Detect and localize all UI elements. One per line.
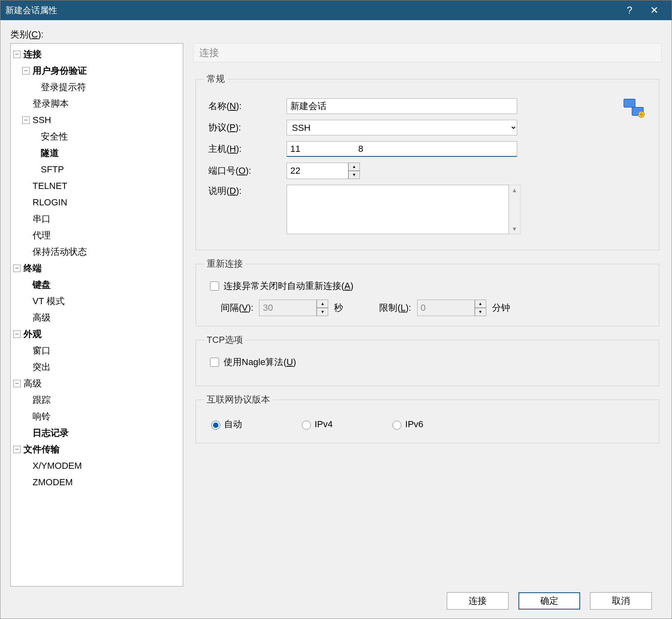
window-title: 新建会话属性 [5, 5, 617, 16]
scroll-down-icon[interactable]: ▼ [512, 224, 518, 234]
tree-login-prompt[interactable]: 登录提示符 [40, 79, 87, 95]
tree-security[interactable]: 安全性 [40, 128, 69, 145]
label-ipv6: IPv6 [405, 419, 423, 430]
tree-ssh[interactable]: SSH [31, 112, 52, 128]
collapse-icon[interactable]: − [13, 446, 21, 453]
tree-rlogin[interactable]: RLOGIN [31, 194, 68, 211]
tree-zmodem[interactable]: ZMODEM [31, 474, 74, 491]
group-reconnect-legend: 重新连接 [204, 258, 245, 270]
label-seconds: 秒 [334, 302, 343, 314]
tree-highlight[interactable]: 突出 [31, 359, 52, 375]
tree-filetransfer[interactable]: 文件传输 [22, 441, 61, 458]
tree-keepalive[interactable]: 保持活动状态 [31, 244, 88, 260]
tree-vtmode[interactable]: VT 模式 [31, 293, 66, 310]
tree-advanced[interactable]: 高级 [22, 375, 43, 392]
tree-bell[interactable]: 响铃 [31, 408, 52, 425]
tree-xymodem[interactable]: X/YMODEM [31, 458, 83, 474]
panel-title: 连接 [193, 43, 662, 62]
limit-down-icon[interactable]: ▼ [475, 308, 486, 316]
title-bar: 新建会话属性 ? ✕ [0, 0, 672, 20]
label-auto: 自动 [224, 418, 242, 431]
cancel-button[interactable]: 取消 [590, 592, 652, 610]
tree-trace[interactable]: 跟踪 [31, 392, 52, 408]
label-auto-reconnect: 连接异常关闭时自动重新连接(A) [224, 280, 353, 292]
input-interval[interactable] [259, 300, 317, 316]
tree-appearance[interactable]: 外观 [22, 326, 43, 342]
label-interval: 间隔(V): [221, 302, 253, 314]
label-host: 主机(H): [204, 143, 287, 155]
tree-adv-terminal[interactable]: 高级 [31, 310, 52, 326]
tree-telnet[interactable]: TELNET [31, 178, 68, 194]
label-ipv4: IPv4 [315, 419, 333, 430]
collapse-icon[interactable]: − [13, 51, 21, 58]
port-up-icon[interactable]: ▲ [348, 163, 360, 171]
collapse-icon[interactable]: − [13, 330, 21, 338]
label-nagle: 使用Nagle算法(U) [224, 356, 296, 368]
label-port: 端口号(O): [204, 165, 287, 177]
collapse-icon[interactable]: − [13, 380, 21, 387]
tree-tunnel[interactable]: 隧道 [40, 145, 60, 161]
category-tree[interactable]: −连接 −用户身份验证 登录提示符 登录脚本 −SSH 安全性 [10, 43, 183, 586]
close-button[interactable]: ✕ [642, 5, 667, 16]
interval-up-icon[interactable]: ▲ [317, 300, 328, 308]
checkbox-auto-reconnect[interactable] [210, 282, 219, 291]
tree-auth[interactable]: 用户身份验证 [31, 63, 88, 79]
tree-window[interactable]: 窗口 [31, 342, 52, 359]
desc-scrollbar[interactable]: ▲▼ [509, 185, 520, 234]
group-general: 常规 名称(N): 协议(P): SSH [196, 73, 659, 250]
category-label: 类别(C): [10, 28, 662, 41]
interval-down-icon[interactable]: ▼ [317, 308, 328, 316]
input-name[interactable] [287, 98, 517, 114]
label-limit: 限制(L): [379, 302, 411, 314]
collapse-icon[interactable]: − [22, 67, 30, 74]
tree-keyboard[interactable]: 键盘 [31, 277, 52, 293]
tree-sftp[interactable]: SFTP [40, 161, 65, 178]
input-host[interactable] [287, 141, 517, 157]
ok-button[interactable]: 确定 [518, 592, 580, 610]
limit-up-icon[interactable]: ▲ [475, 300, 486, 308]
group-general-legend: 常规 [204, 73, 227, 85]
select-protocol[interactable]: SSH [287, 120, 517, 135]
help-button[interactable]: ? [617, 5, 642, 16]
radio-ipv4[interactable] [302, 421, 311, 430]
label-description: 说明(D): [204, 185, 287, 197]
connection-icon [622, 96, 646, 121]
tree-connection[interactable]: 连接 [22, 46, 43, 63]
tree-logging[interactable]: 日志记录 [31, 425, 70, 441]
spinner-port[interactable]: ▲ ▼ [287, 163, 360, 179]
radio-auto[interactable] [211, 421, 220, 430]
group-reconnect: 重新连接 连接异常关闭时自动重新连接(A) 间隔(V): ▲▼ 秒 [196, 258, 659, 326]
scroll-up-icon[interactable]: ▲ [512, 185, 518, 195]
group-tcp: TCP选项 使用Nagle算法(U) [196, 334, 659, 386]
checkbox-nagle[interactable] [210, 358, 219, 367]
tree-proxy[interactable]: 代理 [31, 227, 52, 244]
port-down-icon[interactable]: ▼ [348, 171, 360, 179]
input-port[interactable] [287, 163, 348, 179]
group-ipversion-legend: 互联网协议版本 [204, 393, 273, 406]
label-protocol: 协议(P): [204, 121, 287, 134]
tree-terminal[interactable]: 终端 [22, 260, 43, 277]
textarea-description[interactable] [287, 185, 509, 234]
label-minutes: 分钟 [492, 302, 510, 314]
connect-button[interactable]: 连接 [447, 592, 509, 610]
tree-login-script[interactable]: 登录脚本 [31, 95, 70, 112]
svg-rect-0 [624, 99, 635, 107]
tree-serial[interactable]: 串口 [31, 211, 52, 227]
spinner-limit[interactable]: ▲▼ [417, 300, 486, 316]
radio-ipv6[interactable] [392, 421, 401, 430]
group-ipversion: 互联网协议版本 自动 IPv4 IPv6 [196, 393, 659, 443]
group-tcp-legend: TCP选项 [204, 334, 245, 346]
collapse-icon[interactable]: − [22, 116, 30, 124]
input-limit[interactable] [417, 300, 475, 316]
collapse-icon[interactable]: − [13, 265, 21, 272]
spinner-interval[interactable]: ▲▼ [259, 300, 328, 316]
label-name: 名称(N): [204, 100, 287, 112]
